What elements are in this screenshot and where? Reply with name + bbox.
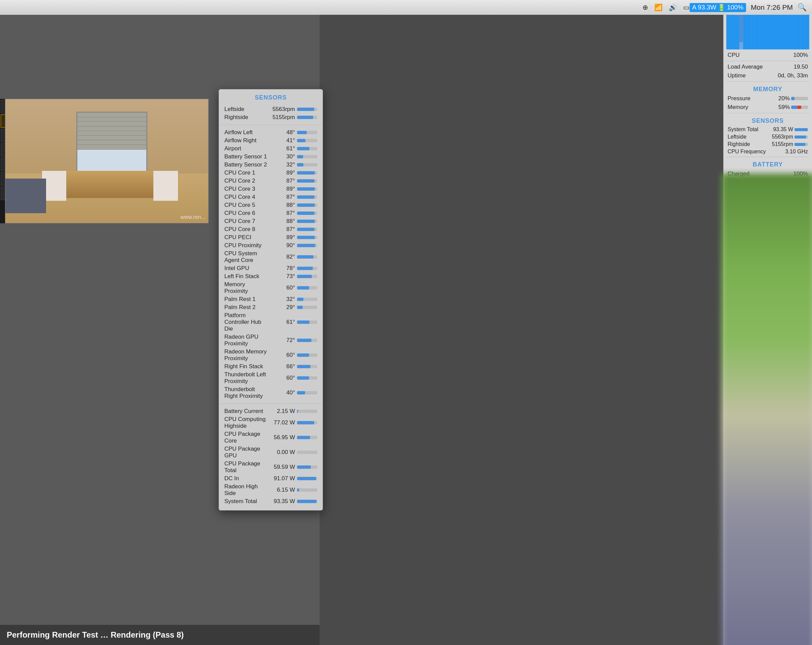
sensor-label: CPU Core 2 xyxy=(224,178,268,184)
istat-sensors-title: SENSORS xyxy=(723,115,812,126)
sensor-value: 56.95 W xyxy=(268,434,295,441)
sensor-value: 60° xyxy=(268,285,295,291)
sensor-label: CPU Core 6 xyxy=(224,210,268,217)
istat-cpufreq-row: CPU Frequency 3.10 GHz xyxy=(725,148,810,156)
sensors-panel-title: SENSORS xyxy=(219,93,323,104)
sensor-value: 82° xyxy=(268,253,295,260)
sensor-label: CPU Proximity xyxy=(224,242,268,249)
istat-leftside-value: 5563rpm xyxy=(772,134,793,140)
sensor-row-power: CPU Package Core 56.95 W xyxy=(224,430,317,445)
sensor-label: Radeon Memory Proximity xyxy=(224,348,268,362)
sensor-value: 32° xyxy=(268,162,295,168)
sensor-label: Radeon GPU Proximity xyxy=(224,334,268,347)
sensor-row-temp: Right Fin Stack 66° xyxy=(224,363,317,371)
sensor-value: 89° xyxy=(268,234,295,241)
sensor-bar xyxy=(297,465,317,469)
sensor-label: CPU Core 8 xyxy=(224,226,268,233)
sensor-row-temp: Platform Controller Hub Die 61° xyxy=(224,311,317,333)
sensor-bar xyxy=(297,236,317,239)
sensor-bar xyxy=(297,339,317,342)
wifi-icon[interactable]: 📶 xyxy=(654,3,662,11)
sensor-value: 93.35 W xyxy=(268,498,295,505)
sensor-label: Left Fin Stack xyxy=(224,273,268,280)
sensor-label: Airport xyxy=(224,145,268,152)
istat-rightside-row: Rightside 5155rpm xyxy=(725,140,810,148)
sensor-bar xyxy=(297,306,317,309)
sensor-bar-leftside xyxy=(297,108,317,111)
sensor-label: CPU Core 7 xyxy=(224,218,268,225)
film-frame[interactable] xyxy=(1,187,5,200)
sensor-value: 91.07 W xyxy=(268,475,295,482)
sensor-bar xyxy=(297,376,317,380)
render-image: www.ren... xyxy=(5,99,209,223)
search-icon[interactable]: 🔍 xyxy=(798,3,807,12)
airplay-icon[interactable]: ▭ xyxy=(683,3,690,11)
battery-icon: 🔋 xyxy=(717,4,725,11)
sensor-bar xyxy=(297,275,317,278)
sensor-value: 77.02 W xyxy=(268,419,295,426)
power-section: Battery Current 2.15 W CPU Computing Hig… xyxy=(219,406,323,507)
menubar-right: A 93.3W 🔋 100% Mon 7:26 PM 🔍 xyxy=(690,3,807,12)
sensor-value-rightside: 5155rpm xyxy=(268,114,295,121)
istat-loadavg-row: Load Average 19.50 xyxy=(723,63,812,71)
istat-system-total-row: System Total 93.35 W xyxy=(725,126,810,133)
sensor-row-temp: Thunderbolt Right Proximity 40° xyxy=(224,386,317,400)
film-frame[interactable] xyxy=(1,172,5,186)
sensor-bar xyxy=(297,147,317,150)
istat-memory-title: MEMORY xyxy=(723,83,812,94)
menubar-icons: ⊕ 📶 🔊 ▭ xyxy=(643,3,690,11)
sensor-row-temp: Left Fin Stack 73° xyxy=(224,272,317,281)
sensors-panel: SENSORS Leftside 5563rpm Rightside 5155r… xyxy=(219,89,323,511)
film-frame[interactable] xyxy=(1,129,5,142)
sensor-label: Radeon High Side xyxy=(224,483,268,497)
sensor-bar xyxy=(297,320,317,324)
volume-icon[interactable]: 🔊 xyxy=(669,3,677,11)
istat-leftside-row: Leftside 5563rpm xyxy=(725,133,810,140)
istat-memory-row: Memory 59% xyxy=(723,103,812,112)
sensor-bar xyxy=(297,354,317,357)
sensor-bar xyxy=(297,267,317,270)
battery-label: 100% xyxy=(727,4,743,11)
istat-uptime-value: 0d, 0h, 33m xyxy=(778,72,808,79)
istat-pressure-bar xyxy=(791,97,808,100)
istat-power-indicator[interactable]: A 93.3W 🔋 100% xyxy=(690,3,746,12)
statusbar: Performing Render Test … Rendering (Pass… xyxy=(0,625,319,645)
sensor-value: 87° xyxy=(268,210,295,217)
sensor-bar xyxy=(297,410,317,413)
temp-section: Airflow Left 48° Airflow Right 41° Airpo… xyxy=(219,127,323,401)
sensor-value: 41° xyxy=(268,137,295,144)
network-icon[interactable]: ⊕ xyxy=(643,3,648,11)
sensor-value: 59.59 W xyxy=(268,464,295,470)
sensor-row-temp: Radeon GPU Proximity 72° xyxy=(224,333,317,348)
menubar-time: Mon 7:26 PM xyxy=(751,3,793,11)
film-frame[interactable] xyxy=(1,100,5,113)
sensor-row-temp: Battery Sensor 2 32° xyxy=(224,161,317,169)
sensor-value: 89° xyxy=(268,186,295,192)
sensor-value: 78° xyxy=(268,265,295,272)
istat-rightside-label: Rightside xyxy=(728,141,772,147)
sensor-label: Palm Rest 1 xyxy=(224,296,268,303)
sensor-bar xyxy=(297,391,317,395)
sensor-value: 73° xyxy=(268,273,295,280)
sensor-value: 87° xyxy=(268,226,295,233)
sensor-label: System Total xyxy=(224,498,268,505)
film-frame[interactable] xyxy=(1,158,5,171)
sensor-label: CPU Package Core xyxy=(224,431,268,444)
sensor-bar xyxy=(297,477,317,480)
sensor-row-temp: CPU Core 6 87° xyxy=(224,209,317,217)
film-frame[interactable] xyxy=(1,143,5,157)
istat-pressure-label: Pressure xyxy=(728,95,766,102)
istat-memory-label: Memory xyxy=(728,104,766,111)
sensor-bar xyxy=(297,244,317,247)
sensor-row-power: DC In 91.07 W xyxy=(224,474,317,483)
sensor-value: 87° xyxy=(268,178,295,184)
istat-system-total-value: 93.35 W xyxy=(773,127,793,133)
power-label: A 93.3W xyxy=(692,4,716,11)
sensor-bar xyxy=(297,255,317,259)
sensor-row-power: CPU Package Total 59.59 W xyxy=(224,460,317,474)
sensor-row-temp: Palm Rest 1 32° xyxy=(224,295,317,303)
sensor-label: CPU System Agent Core xyxy=(224,250,268,264)
sensor-row-temp: CPU Core 7 88° xyxy=(224,217,317,225)
film-frame[interactable] xyxy=(1,114,5,128)
sensor-bar xyxy=(297,179,317,183)
